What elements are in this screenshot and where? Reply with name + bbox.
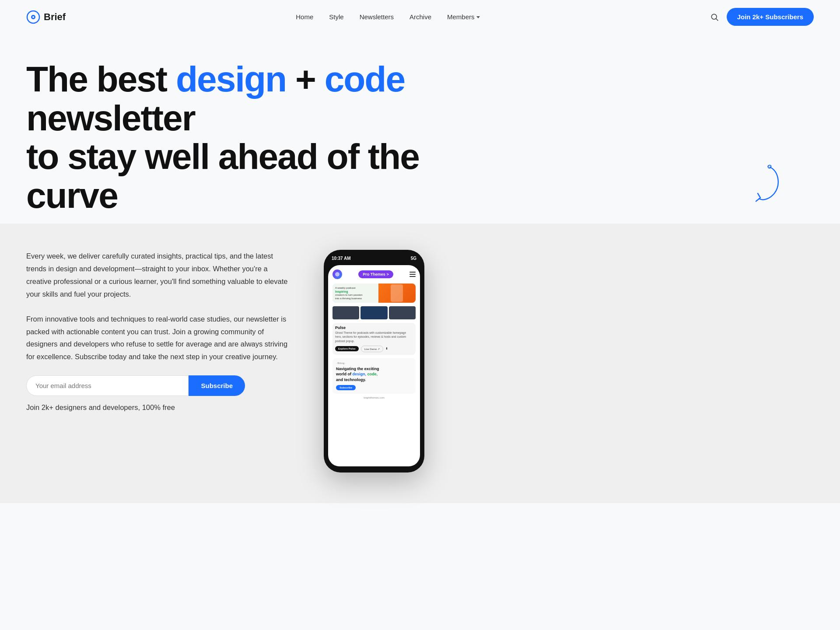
download-icon: ⬇ bbox=[385, 347, 388, 350]
phone-bottom-label: · Brbng · bbox=[336, 362, 412, 364]
phone-screen: Pro Themes > A week bbox=[328, 265, 420, 466]
join-subtext: Join 2k+ designers and developers, 100% … bbox=[26, 401, 289, 414]
phone-screen-inner: Pro Themes > A week bbox=[328, 265, 420, 403]
subscribe-button[interactable]: Subscribe bbox=[189, 375, 245, 396]
email-form: Subscribe bbox=[26, 375, 245, 396]
pulse-card-buttons: Explore Pulse Live Demo ↗ ⬇ bbox=[335, 346, 413, 352]
phone-thumb-2 bbox=[360, 306, 387, 319]
logo-text: Brief bbox=[44, 11, 66, 23]
hero-content: The best design + code newsletter to sta… bbox=[0, 34, 840, 215]
svg-line-4 bbox=[716, 18, 718, 21]
podcast-label: A weekly podcast bbox=[335, 286, 376, 290]
hero-section: The best design + code newsletter to sta… bbox=[0, 34, 840, 215]
pulse-card-desc: Ghost Theme for podcasts with customizab… bbox=[335, 331, 413, 343]
svg-point-2 bbox=[32, 16, 34, 18]
navbar: Brief Home Style Newsletters Archive Mem… bbox=[0, 0, 840, 34]
explore-pulse-button[interactable]: Explore Pulse bbox=[335, 346, 359, 351]
nav-newsletters[interactable]: Newsletters bbox=[360, 13, 394, 21]
email-input[interactable] bbox=[26, 375, 189, 396]
content-section: Every week, we deliver carefully curated… bbox=[0, 224, 840, 503]
chevron-down-icon bbox=[476, 16, 480, 18]
nav-members[interactable]: Members bbox=[447, 13, 480, 21]
phone-signal: 5G bbox=[411, 256, 416, 261]
phone-thumb-3 bbox=[389, 306, 416, 319]
left-column: Every week, we deliver carefully curated… bbox=[26, 250, 289, 426]
join-subscribers-button[interactable]: Join 2k+ Subscribers bbox=[727, 8, 814, 26]
search-icon bbox=[710, 13, 719, 21]
phone-podcast-card: A weekly podcast Inspiring creators to t… bbox=[332, 284, 416, 303]
live-demo-button[interactable]: Live Demo ↗ bbox=[361, 346, 383, 352]
pulse-card-title: Pulse bbox=[335, 326, 413, 330]
phone-pulse-card: Pulse Ghost Theme for podcasts with cust… bbox=[332, 323, 416, 354]
nav-right: Join 2k+ Subscribers bbox=[710, 8, 814, 26]
search-button[interactable] bbox=[710, 13, 719, 21]
phone-card-right-image bbox=[378, 284, 416, 303]
phone-bottom-heading: Navigating the exciting world of design,… bbox=[336, 366, 412, 383]
podcast-highlight: Inspiring bbox=[335, 290, 376, 293]
svg-point-5 bbox=[335, 272, 340, 276]
svg-point-3 bbox=[711, 14, 717, 19]
phone-card-image: A weekly podcast Inspiring creators to t… bbox=[332, 284, 416, 303]
phone-mockup: 10:37 AM 5G Pro Themes > bbox=[324, 250, 424, 472]
nav-archive[interactable]: Archive bbox=[410, 13, 431, 21]
logo-link[interactable]: Brief bbox=[26, 10, 66, 24]
right-column: 10:37 AM 5G Pro Themes > bbox=[324, 250, 429, 472]
phone-thumb-1 bbox=[332, 306, 359, 319]
content-paragraph-1: Every week, we deliver carefully curated… bbox=[26, 250, 289, 301]
content-paragraph-2: From innovative tools and techniques to … bbox=[26, 313, 289, 364]
nav-home[interactable]: Home bbox=[296, 13, 313, 21]
hero-title: The best design + code newsletter to sta… bbox=[26, 60, 508, 215]
phone-app-logo bbox=[332, 270, 342, 279]
phone-subscribe-pill[interactable]: Subscribe bbox=[336, 385, 356, 390]
nav-style[interactable]: Style bbox=[329, 13, 343, 21]
phone-thumbnail-grid bbox=[332, 306, 416, 319]
brief-logo-icon bbox=[26, 10, 40, 24]
phone-footer-url: brightthemes.com bbox=[332, 396, 416, 399]
phone-bottom-card: · Brbng · Navigating the exciting world … bbox=[332, 358, 416, 394]
pro-themes-pill[interactable]: Pro Themes > bbox=[358, 270, 393, 278]
person-silhouette bbox=[391, 284, 403, 302]
phone-status-bar: 10:37 AM 5G bbox=[328, 256, 420, 265]
hero-highlight-design: design bbox=[176, 59, 286, 99]
hamburger-icon[interactable] bbox=[410, 272, 416, 277]
phone-time: 10:37 AM bbox=[332, 256, 351, 261]
hero-highlight-code: code bbox=[325, 59, 405, 99]
nav-links: Home Style Newsletters Archive Members bbox=[296, 13, 480, 21]
phone-top-bar: Pro Themes > bbox=[332, 270, 416, 279]
